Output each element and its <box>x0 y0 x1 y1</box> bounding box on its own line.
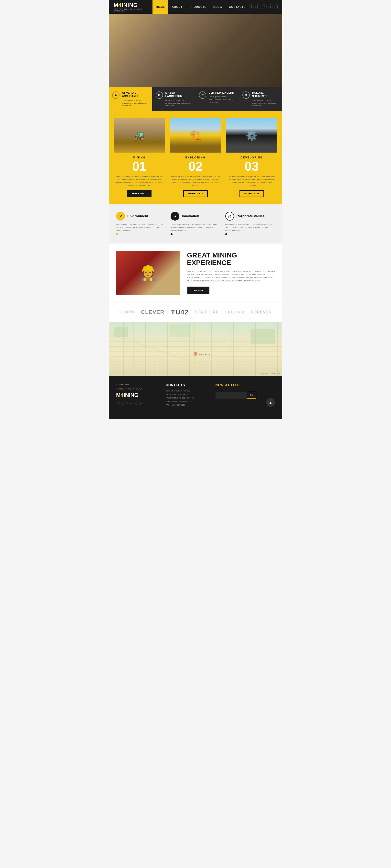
map-section[interactable]: BROOKLYN Map data ©2014 Google <box>109 322 282 376</box>
mining-title: MINING <box>113 156 165 159</box>
experience-image <box>116 251 180 295</box>
footer-col-logo: COPYRIGHT © 2014. PRIVACY POLICY M4INING… <box>116 383 156 407</box>
footer-year: © 2014. PRIVACY POLICY <box>116 388 156 390</box>
box-title-c: ELIT REPRENDERIT <box>209 91 236 94</box>
developing-desc: Sit amet, consectetur adipiscing etc, se… <box>226 175 278 187</box>
nav-contacts[interactable]: CONTACTS <box>226 0 249 14</box>
address-line-3: FREEPHONE: +1 800 999 6560 <box>166 396 205 400</box>
map-background: BROOKLYN Map data ©2014 Google <box>109 322 282 376</box>
footer-newsletter-title: NEWSLETTER <box>216 383 257 387</box>
experience-title: GREAT MINING EXPERIENCE <box>187 252 275 267</box>
newsletter-submit-button[interactable]: OK <box>247 392 257 399</box>
exploring-more-button[interactable]: more info <box>183 190 208 197</box>
address-line-4: TELEPHONE: +1 800 601 6025 <box>166 400 205 403</box>
developing-more-button[interactable]: more info <box>239 190 264 197</box>
rss-icon[interactable]: r <box>262 4 267 9</box>
footer-pinterest-icon[interactable]: p <box>133 401 137 405</box>
mining-image <box>113 118 165 153</box>
footer-rss-icon[interactable]: r <box>127 401 132 405</box>
logo-subtitle: PROFESSIONAL MINING COMPANY <box>113 8 148 12</box>
developing-title: DEVELOPING <box>226 156 278 159</box>
box-desc-d: Lorem ipsum dolor sit ametconsect-etur a… <box>252 99 279 107</box>
feature-corp-header: ◎ Corporate Values <box>225 212 275 221</box>
box-icon-d: D <box>242 91 250 99</box>
developing-number: 03 <box>226 160 278 173</box>
footer-googleplus-icon[interactable]: g <box>122 401 126 405</box>
svg-point-12 <box>194 352 197 356</box>
corporate-desc: Lorem ipsum dolor sit amet, consectetur … <box>225 223 275 232</box>
partner-second[interactable]: SECOND <box>225 310 245 314</box>
nav-blog[interactable]: BLOG <box>210 0 226 14</box>
service-developing: DEVELOPING 03 Sit amet, consectetur adip… <box>226 118 278 197</box>
feature-corporate: ◎ Corporate Values Lorem ipsum dolor sit… <box>225 212 275 236</box>
corporate-title: Corporate Values <box>236 214 265 218</box>
box-title-d: DOLORE SITUMESTE <box>252 91 279 98</box>
svg-rect-10 <box>170 324 189 337</box>
hero-box-b: B MASSA LAOREETUM Lorem ipsum dolor sit … <box>152 87 196 111</box>
experience-content: GREAT MINING EXPERIENCE PHASELLUS PORTA.… <box>187 252 275 294</box>
footer: COPYRIGHT © 2014. PRIVACY POLICY M4INING… <box>109 376 282 419</box>
logo-text: M4INING <box>113 2 138 8</box>
googleplus-icon[interactable]: g <box>255 4 260 9</box>
partner-forever[interactable]: FOREVER <box>251 310 271 314</box>
innovation-icon: ✦ <box>170 212 180 221</box>
map-roads-svg: BROOKLYN <box>109 322 282 376</box>
feature-env-header: ✕ Environment <box>116 212 166 221</box>
footer-col-contacts: CONTACTS 9870 ST VINCENT PLACE, GLASGOW,… <box>166 383 205 407</box>
environment-title: Environment <box>127 214 148 218</box>
box-content-c: ELIT REPRENDERIT Lorem ipsum dolor sit a… <box>209 91 236 104</box>
box-title-a: AT VERO ET ACCUSAMUS <box>122 91 149 98</box>
linkedin-icon[interactable]: in <box>274 4 279 9</box>
svg-text:BROOKLYN: BROOKLYN <box>199 353 210 355</box>
feature-innovation: ✦ Innovation Lorem ipsum dolor sit amet,… <box>170 212 220 236</box>
scroll-top-button[interactable]: ▲ <box>266 398 275 407</box>
corporate-icon: ◎ <box>225 212 234 221</box>
box-desc-a: Lorem ipsum dolor sit ametconsect-etur a… <box>122 99 149 107</box>
partner-clopo[interactable]: CLOPO <box>119 310 134 314</box>
box-icon-a: A <box>112 91 120 99</box>
nav-about[interactable]: ABOUT <box>168 0 186 14</box>
logo-highlight: 4 <box>118 2 122 8</box>
footer-col-newsletter: NEWSLETTER OK <box>216 383 257 407</box>
service-mining: MINING 01 Lorem ipsum dolor sit amet, co… <box>113 118 165 197</box>
footer-social-icons: f g r p in <box>116 401 156 405</box>
innovation-title: Innovation <box>182 214 199 218</box>
partners-section: CLOPO CLEVER TU42 STARCORP SECOND FOREVE… <box>109 302 282 322</box>
environment-desc: Lorem ipsum dolor sit amet, consectetur … <box>116 223 166 232</box>
nav-home[interactable]: HOME <box>153 0 168 14</box>
hero-box-a: A AT VERO ET ACCUSAMUS Lorem ipsum dolor… <box>109 87 152 111</box>
box-content-d: DOLORE SITUMESTE Lorem ipsum dolor sit a… <box>252 91 279 107</box>
footer-copyright: COPYRIGHT <box>116 383 156 385</box>
footer-facebook-icon[interactable]: f <box>116 401 121 405</box>
innovation-dot <box>170 233 172 235</box>
developing-image <box>226 118 278 153</box>
hero-section <box>109 14 282 87</box>
footer-contacts-title: CONTACTS <box>166 383 205 387</box>
environment-icon: ✕ <box>116 212 125 221</box>
mining-more-button[interactable]: more info <box>127 190 152 197</box>
nav-products[interactable]: PRODUCTS <box>186 0 210 14</box>
hero-box-d: D DOLORE SITUMESTE Lorem ipsum dolor sit… <box>239 87 283 111</box>
footer-linkedin-icon[interactable]: in <box>138 401 143 405</box>
read-more-button[interactable]: read more <box>187 286 209 294</box>
box-desc-b: Lorem ipsum dolor sit ametconsect-etur a… <box>165 99 192 107</box>
mining-number: 01 <box>113 160 165 173</box>
partner-starcorp[interactable]: STARCORP <box>195 310 219 314</box>
footer-address: 9870 ST VINCENT PLACE, GLASGOW, DC 45 FR… <box>166 389 205 407</box>
partner-tu42[interactable]: TU42 <box>171 308 188 316</box>
svg-rect-11 <box>251 329 275 344</box>
newsletter-input-row: OK <box>216 392 257 399</box>
corporate-dot <box>225 233 227 235</box>
address-line-2: GLASGOW, DC 45 FR 44. <box>166 393 205 396</box>
exploring-title: EXPLORING <box>170 156 221 159</box>
address-line-5: FAX: +1 800 899 9098 <box>166 403 205 407</box>
address-line-1: 9870 ST VINCENT PLACE, <box>166 389 205 393</box>
box-content-b: MASSA LAOREETUM Lorem ipsum dolor sit am… <box>165 91 192 107</box>
hero-boxes: A AT VERO ET ACCUSAMUS Lorem ipsum dolor… <box>109 87 282 111</box>
newsletter-input[interactable] <box>216 392 247 399</box>
logo: M4INING PROFESSIONAL MINING COMPANY <box>109 2 153 12</box>
facebook-icon[interactable]: f <box>249 4 254 9</box>
partner-clever[interactable]: CLEVER <box>141 309 164 315</box>
pinterest-icon[interactable]: p <box>268 4 273 9</box>
footer-columns: COPYRIGHT © 2014. PRIVACY POLICY M4INING… <box>116 383 275 407</box>
